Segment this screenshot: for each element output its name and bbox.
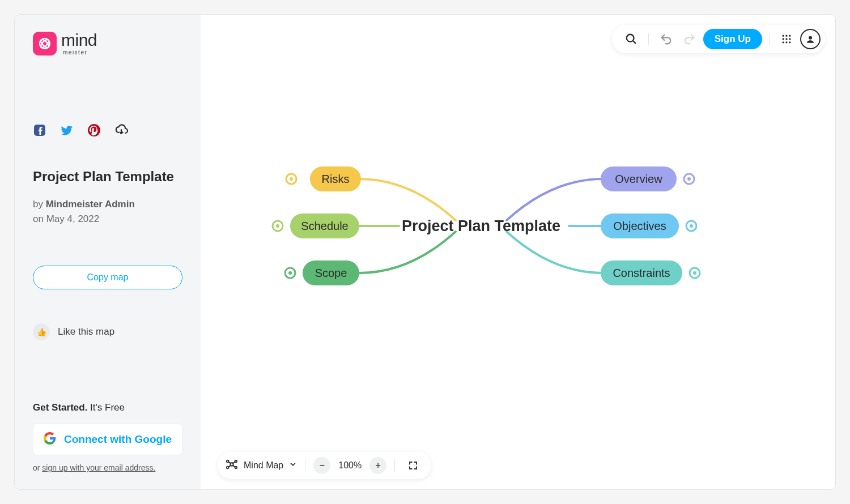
logo-mark-icon (33, 32, 57, 55)
svg-text:Overview: Overview (615, 173, 662, 185)
author-name: Mindmeister Admin (46, 199, 135, 210)
email-signup-text: or sign up with your email address. (33, 463, 182, 472)
svg-line-49 (229, 465, 231, 467)
canvas[interactable]: Sign Up (201, 15, 835, 489)
copy-map-button[interactable]: Copy map (33, 266, 182, 289)
logo-text-main: mind (61, 32, 97, 49)
expand-handle[interactable] (686, 221, 696, 231)
node-central[interactable]: Project Plan Template (402, 217, 560, 234)
toolbar-bottom: Mind Map − 100% + (218, 452, 431, 479)
chevron-down-icon[interactable] (289, 460, 297, 471)
zoom-in-button[interactable]: + (369, 457, 386, 474)
download-icon[interactable] (114, 123, 128, 137)
zoom-value: 100% (338, 460, 362, 471)
email-signup-link[interactable]: sign up with your email address. (42, 463, 155, 472)
like-row: 👍 Like this map (33, 323, 182, 340)
svg-point-26 (687, 177, 691, 181)
layout-icon[interactable] (226, 458, 238, 473)
fullscreen-icon[interactable] (403, 455, 423, 476)
logo-text-sub: meister (63, 50, 97, 55)
like-label: Like this map (58, 326, 114, 338)
google-icon (44, 432, 56, 447)
zoom-out-button[interactable]: − (313, 457, 330, 474)
node-constraints[interactable]: Constraints (601, 260, 682, 285)
svg-text:Scope: Scope (315, 267, 347, 279)
svg-text:Risks: Risks (322, 173, 350, 185)
twitter-icon[interactable] (60, 123, 74, 137)
pinterest-icon[interactable] (87, 123, 101, 137)
like-icon[interactable]: 👍 (33, 323, 50, 340)
expand-handle[interactable] (684, 174, 694, 184)
node-schedule[interactable]: Schedule (290, 213, 359, 238)
svg-point-30 (693, 271, 696, 275)
sidebar: mind meister Project Plan Template by Mi… (15, 15, 201, 489)
svg-text:Objectives: Objectives (613, 220, 666, 232)
node-objectives[interactable]: Objectives (601, 213, 679, 238)
map-title: Project Plan Template (33, 169, 182, 185)
get-started-text: Get Started. It's Free (33, 402, 182, 413)
connect-google-button[interactable]: Connect with Google (33, 424, 182, 455)
expand-handle[interactable] (286, 174, 296, 184)
expand-handle[interactable] (273, 221, 283, 231)
node-overview[interactable]: Overview (601, 166, 677, 191)
map-meta: by Mindmeister Admin on May 4, 2022 (33, 197, 182, 226)
map-date: May 4, 2022 (46, 213, 100, 224)
facebook-icon[interactable] (33, 123, 46, 137)
node-risks[interactable]: Risks (310, 166, 361, 191)
expand-handle[interactable] (285, 268, 295, 278)
mindmap-diagram: Project Plan Template Risks Schedule Sco… (201, 15, 835, 490)
svg-line-48 (229, 462, 231, 463)
svg-line-51 (233, 465, 235, 467)
svg-text:Schedule: Schedule (301, 220, 348, 232)
svg-point-20 (290, 177, 293, 181)
expand-handle[interactable] (690, 268, 700, 278)
svg-text:Constraints: Constraints (613, 267, 670, 279)
svg-line-50 (233, 462, 235, 463)
node-scope[interactable]: Scope (303, 260, 359, 285)
svg-point-28 (690, 224, 693, 228)
logo[interactable]: mind meister (33, 32, 182, 55)
svg-point-22 (276, 224, 279, 228)
social-row (33, 123, 182, 137)
svg-point-24 (288, 271, 292, 275)
view-label[interactable]: Mind Map (244, 460, 283, 471)
